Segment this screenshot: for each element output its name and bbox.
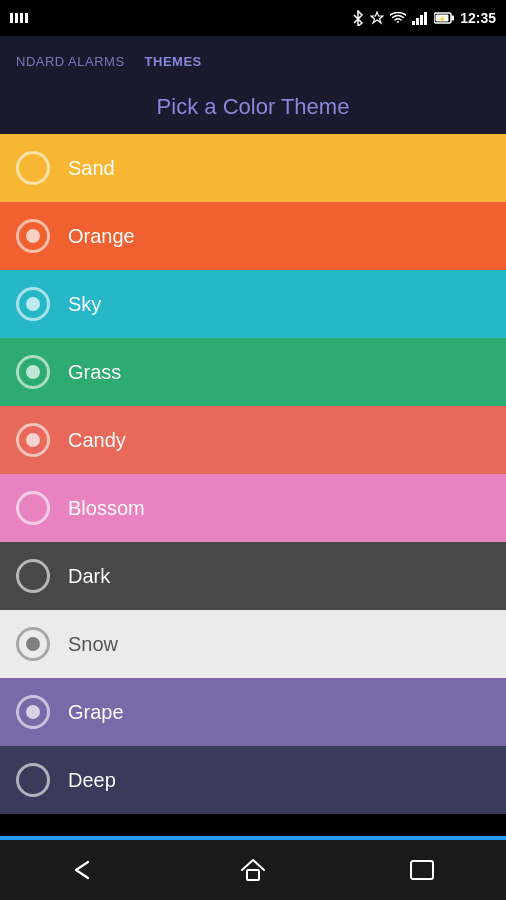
home-button[interactable] <box>223 850 283 890</box>
svg-rect-13 <box>247 870 259 880</box>
theme-item-orange[interactable]: Orange <box>0 202 506 270</box>
theme-list: Sand Orange Sky Grass Candy Blossom Dark… <box>0 134 506 814</box>
theme-label-sand: Sand <box>68 157 115 180</box>
theme-label-grape: Grape <box>68 701 124 724</box>
svg-rect-8 <box>424 12 427 25</box>
battery-icon: ⚡ <box>434 12 454 24</box>
back-button[interactable] <box>54 850 114 890</box>
theme-item-dark[interactable]: Dark <box>0 542 506 610</box>
theme-item-snow[interactable]: Snow <box>0 610 506 678</box>
back-icon <box>70 859 98 881</box>
svg-rect-2 <box>20 13 23 23</box>
wifi-icon <box>390 12 406 24</box>
signal-bars-icon <box>10 9 28 27</box>
theme-label-blossom: Blossom <box>68 497 145 520</box>
theme-label-candy: Candy <box>68 429 126 452</box>
page-title: Pick a Color Theme <box>0 94 506 120</box>
svg-rect-6 <box>416 18 419 25</box>
radio-grape[interactable] <box>16 695 50 729</box>
radio-blossom[interactable] <box>16 491 50 525</box>
svg-rect-5 <box>412 21 415 25</box>
status-bar-left <box>10 9 28 27</box>
radio-deep[interactable] <box>16 763 50 797</box>
svg-rect-10 <box>452 16 455 21</box>
navbar: NDARD ALARMS THEMES <box>0 36 506 86</box>
radio-orange[interactable] <box>16 219 50 253</box>
theme-item-sand[interactable]: Sand <box>0 134 506 202</box>
theme-label-sky: Sky <box>68 293 101 316</box>
theme-label-deep: Deep <box>68 769 116 792</box>
radio-snow[interactable] <box>16 627 50 661</box>
status-time: 12:35 <box>460 10 496 26</box>
radio-grass[interactable] <box>16 355 50 389</box>
status-bar: ⚡ 12:35 <box>0 0 506 36</box>
radio-dark[interactable] <box>16 559 50 593</box>
signal-icon <box>412 11 428 25</box>
theme-item-deep[interactable]: Deep <box>0 746 506 814</box>
svg-marker-4 <box>371 12 383 23</box>
home-icon <box>240 857 266 883</box>
theme-label-dark: Dark <box>68 565 110 588</box>
theme-label-snow: Snow <box>68 633 118 656</box>
theme-item-candy[interactable]: Candy <box>0 406 506 474</box>
theme-item-sky[interactable]: Sky <box>0 270 506 338</box>
svg-rect-3 <box>25 13 28 23</box>
svg-text:⚡: ⚡ <box>438 15 446 23</box>
svg-rect-0 <box>10 13 13 23</box>
brightness-icon <box>370 11 384 25</box>
theme-item-blossom[interactable]: Blossom <box>0 474 506 542</box>
recent-button[interactable] <box>392 850 452 890</box>
bluetooth-icon <box>352 10 364 26</box>
nav-item-themes[interactable]: THEMES <box>145 54 202 69</box>
svg-rect-1 <box>15 13 18 23</box>
recent-icon <box>409 859 435 881</box>
page-title-bar: Pick a Color Theme <box>0 86 506 134</box>
radio-sand[interactable] <box>16 151 50 185</box>
radio-candy[interactable] <box>16 423 50 457</box>
bottom-nav <box>0 840 506 900</box>
svg-rect-14 <box>411 861 433 879</box>
radio-sky[interactable] <box>16 287 50 321</box>
theme-item-grass[interactable]: Grass <box>0 338 506 406</box>
svg-rect-7 <box>420 15 423 25</box>
nav-item-alarms[interactable]: NDARD ALARMS <box>16 54 125 69</box>
status-bar-right: ⚡ 12:35 <box>352 10 496 26</box>
theme-item-grape[interactable]: Grape <box>0 678 506 746</box>
theme-label-orange: Orange <box>68 225 135 248</box>
theme-label-grass: Grass <box>68 361 121 384</box>
